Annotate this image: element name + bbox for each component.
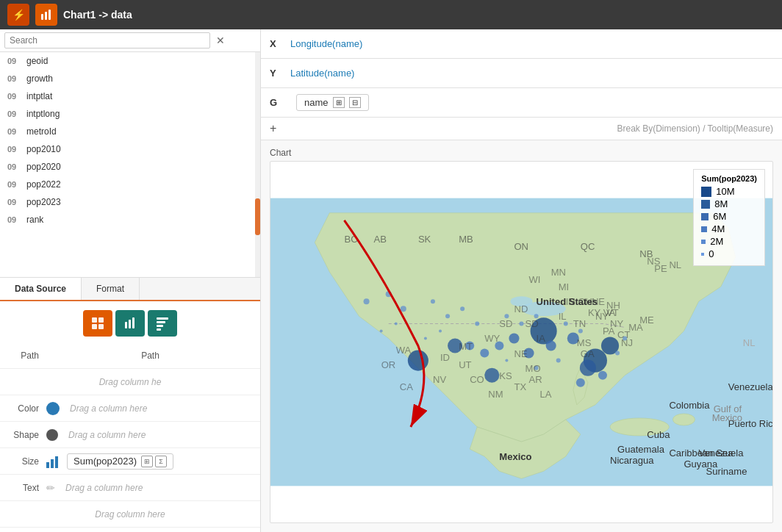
drag-col-placeholder-1: Drag column he bbox=[99, 377, 162, 387]
svg-text:TN: TN bbox=[573, 318, 586, 329]
g-value: name bbox=[304, 97, 329, 108]
size-pill[interactable]: Sum(pop2023) ⊞ Σ bbox=[67, 453, 173, 470]
icon-btn-table[interactable] bbox=[83, 310, 112, 337]
icon-btn-chart1[interactable] bbox=[115, 310, 145, 337]
svg-text:AR: AR bbox=[529, 374, 542, 385]
plus-button[interactable]: + bbox=[270, 122, 276, 135]
hierarchy-icon[interactable]: ⊟ bbox=[349, 97, 361, 108]
svg-text:NV: NV bbox=[433, 374, 446, 385]
svg-text:SD: SD bbox=[499, 318, 512, 329]
legend-swatch bbox=[701, 253, 704, 256]
bottom-section: Path Path Drag column he Color Drag a co… bbox=[0, 301, 260, 532]
svg-text:Colombia: Colombia bbox=[669, 400, 710, 411]
icon-btn-chart2[interactable] bbox=[148, 310, 177, 337]
svg-text:NY: NY bbox=[610, 318, 623, 329]
legend-item: 6M bbox=[701, 211, 757, 222]
legend-item: 0 bbox=[701, 248, 757, 259]
legend-item: 10M bbox=[701, 186, 757, 197]
svg-rect-8 bbox=[129, 320, 131, 328]
filter-pill-icon[interactable]: ⊞ bbox=[333, 97, 345, 108]
drag-col-row-2[interactable]: Drag column here bbox=[0, 501, 260, 528]
legend-swatch bbox=[701, 187, 711, 197]
svg-text:KS: KS bbox=[499, 370, 512, 381]
legend-item: 8M bbox=[701, 198, 757, 209]
chart-label: Chart bbox=[270, 148, 773, 158]
page-title: Chart1 -> data bbox=[63, 9, 132, 21]
svg-text:GA: GA bbox=[581, 348, 595, 359]
svg-rect-7 bbox=[125, 322, 127, 328]
svg-text:OR: OR bbox=[381, 359, 396, 370]
svg-point-36 bbox=[386, 291, 392, 297]
svg-text:NS: NS bbox=[647, 256, 660, 267]
g-axis-label: G bbox=[270, 97, 284, 108]
break-by-label: Break By(Dimension) / Tooltip(Measure) bbox=[617, 123, 773, 134]
list-item[interactable]: 09 pop2020 bbox=[0, 158, 260, 176]
y-axis-row: Y Latitude(name) bbox=[261, 59, 782, 88]
legend-swatch bbox=[701, 200, 710, 209]
size-row: Size Sum(pop2023) ⊞ Σ bbox=[0, 448, 260, 475]
legend-title: Sum(pop2023) bbox=[701, 174, 757, 183]
app-icon[interactable]: ⚡ bbox=[7, 4, 29, 26]
legend-swatch bbox=[701, 213, 709, 220]
legend-item: 2M bbox=[701, 236, 757, 247]
color-label: Color bbox=[6, 403, 39, 414]
legend: Sum(pop2023) 10M 8M 6M bbox=[693, 169, 765, 266]
list-item[interactable]: 09 growth bbox=[0, 70, 260, 87]
g-pill[interactable]: name ⊞ ⊟ bbox=[296, 94, 369, 111]
icon-buttons-row bbox=[0, 306, 260, 342]
filter-icon[interactable]: ⊞ bbox=[141, 456, 153, 467]
svg-point-48 bbox=[615, 351, 620, 356]
search-input[interactable] bbox=[4, 32, 210, 48]
svg-point-55 bbox=[380, 329, 383, 332]
x-axis-label: X bbox=[270, 38, 284, 49]
scrollbar-thumb[interactable] bbox=[255, 198, 260, 235]
list-item[interactable]: 09 metroId bbox=[0, 123, 260, 140]
svg-text:BC: BC bbox=[344, 234, 357, 245]
y-axis-value[interactable]: Latitude(name) bbox=[290, 68, 354, 79]
svg-text:MI: MI bbox=[559, 281, 570, 292]
g-axis-row: G name ⊞ ⊟ bbox=[261, 88, 782, 118]
svg-text:WI: WI bbox=[529, 274, 541, 285]
chart-icon[interactable] bbox=[35, 4, 57, 26]
x-axis-value[interactable]: Longitude(name) bbox=[290, 38, 362, 49]
svg-rect-12 bbox=[157, 325, 163, 327]
svg-point-35 bbox=[364, 298, 370, 304]
main-layout: ✕ 09 geoid 09 growth 09 intptlat 09 intp… bbox=[0, 29, 782, 532]
list-item[interactable]: 09 pop2010 bbox=[0, 140, 260, 158]
svg-text:NE: NE bbox=[592, 296, 605, 307]
size-label: Size bbox=[6, 456, 39, 467]
svg-point-25 bbox=[484, 368, 499, 383]
tab-format[interactable]: Format bbox=[82, 278, 140, 300]
svg-text:IN OH: IN OH bbox=[566, 296, 592, 307]
svg-text:AB: AB bbox=[374, 234, 387, 245]
list-item[interactable]: 09 geoid bbox=[0, 52, 260, 70]
svg-point-51 bbox=[505, 359, 508, 362]
scrollbar-track[interactable] bbox=[255, 52, 260, 277]
sigma-icon[interactable]: Σ bbox=[155, 456, 167, 467]
list-item[interactable]: 09 rank bbox=[0, 211, 260, 229]
edit-icon[interactable]: ✏ bbox=[46, 482, 55, 494]
svg-text:Guatemala: Guatemala bbox=[617, 444, 665, 455]
field-list: 09 geoid 09 growth 09 intptlat 09 intptl… bbox=[0, 52, 260, 278]
svg-text:ON: ON bbox=[514, 241, 528, 252]
list-item[interactable]: 09 pop2022 bbox=[0, 176, 260, 193]
list-item[interactable]: 09 intptlat bbox=[0, 87, 260, 105]
svg-point-27 bbox=[546, 340, 556, 351]
path-row: Path Path bbox=[0, 342, 260, 369]
list-item[interactable]: 09 pop2023 bbox=[0, 193, 260, 211]
tab-data-source[interactable]: Data Source bbox=[0, 278, 82, 300]
svg-point-31 bbox=[480, 349, 489, 358]
shape-row: Shape Drag a column here bbox=[0, 422, 260, 448]
svg-rect-6 bbox=[98, 324, 104, 329]
svg-point-52 bbox=[439, 329, 442, 332]
svg-text:ND: ND bbox=[514, 303, 528, 314]
list-item[interactable]: 09 intptlong bbox=[0, 105, 260, 123]
svg-point-23 bbox=[580, 360, 596, 376]
svg-text:MS: MS bbox=[577, 337, 592, 348]
svg-text:Suriname: Suriname bbox=[706, 466, 747, 477]
close-icon[interactable]: ✕ bbox=[213, 33, 228, 48]
drag-col-row-1[interactable]: Drag column he bbox=[0, 369, 260, 395]
path-value: Path bbox=[46, 351, 254, 361]
svg-point-39 bbox=[445, 314, 450, 318]
svg-text:TX: TX bbox=[514, 381, 526, 392]
